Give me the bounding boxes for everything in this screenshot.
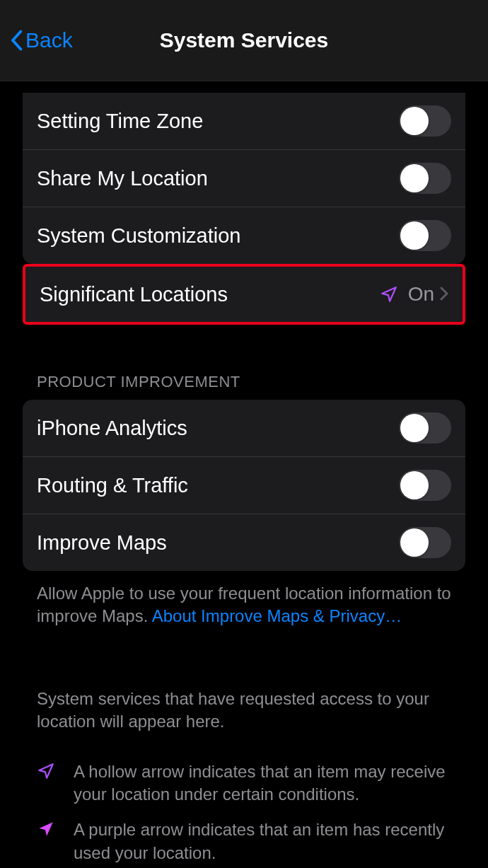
toggle-share-my-location[interactable] — [399, 163, 451, 194]
toggle-setting-time-zone[interactable] — [399, 105, 451, 137]
row-label: iPhone Analytics — [37, 417, 399, 440]
row-share-my-location[interactable]: Share My Location — [23, 149, 465, 207]
content: Setting Time Zone Share My Location Syst… — [0, 93, 488, 868]
significant-status: On — [408, 283, 434, 306]
navbar: Back System Services — [0, 0, 488, 81]
row-routing-traffic[interactable]: Routing & Traffic — [23, 456, 465, 514]
row-system-customization[interactable]: System Customization — [23, 207, 465, 264]
toggle-routing-traffic[interactable] — [399, 470, 451, 501]
legend-row-hollow: A hollow arrow indicates that an item ma… — [37, 760, 451, 806]
back-label: Back — [25, 28, 73, 52]
footer-text: Allow Apple to use your frequent locatio… — [0, 571, 488, 628]
row-label: Setting Time Zone — [37, 110, 399, 133]
row-label: Routing & Traffic — [37, 474, 399, 497]
chevron-right-icon — [440, 284, 448, 306]
back-button[interactable]: Back — [10, 0, 73, 81]
row-label: System Customization — [37, 224, 399, 248]
section-header-product-improvement: PRODUCT IMPROVEMENT — [0, 373, 488, 400]
location-arrow-hollow-icon — [37, 762, 62, 780]
row-label: Improve Maps — [37, 531, 399, 555]
toggle-improve-maps[interactable] — [399, 527, 451, 558]
toggle-iphone-analytics[interactable] — [399, 412, 451, 444]
row-label: Share My Location — [37, 167, 399, 190]
row-improve-maps[interactable]: Improve Maps — [23, 514, 465, 571]
row-significant-locations[interactable]: Significant Locations On — [25, 267, 463, 322]
chevron-left-icon — [10, 30, 23, 51]
legend: A hollow arrow indicates that an item ma… — [0, 734, 488, 868]
link-improve-maps-privacy[interactable]: About Improve Maps & Privacy… — [152, 606, 402, 625]
legend-text: A hollow arrow indicates that an item ma… — [74, 760, 451, 806]
row-significant-locations-highlight: Significant Locations On — [23, 264, 465, 325]
row-iphone-analytics[interactable]: iPhone Analytics — [23, 400, 465, 456]
toggle-system-customization[interactable] — [399, 220, 451, 251]
legend-row-purple: A purple arrow indicates that an item ha… — [37, 818, 451, 864]
location-arrow-hollow-icon — [380, 285, 398, 303]
legend-text: A purple arrow indicates that an item ha… — [74, 818, 451, 864]
settings-group-top: Setting Time Zone Share My Location Syst… — [23, 93, 465, 264]
row-setting-time-zone[interactable]: Setting Time Zone — [23, 93, 465, 149]
page-title: System Services — [0, 28, 488, 52]
row-label: Significant Locations — [40, 283, 380, 306]
location-arrow-purple-icon — [37, 820, 62, 838]
settings-group-product-improvement: iPhone Analytics Routing & Traffic Impro… — [23, 400, 465, 571]
intro-text: System services that have requested acce… — [0, 688, 488, 734]
